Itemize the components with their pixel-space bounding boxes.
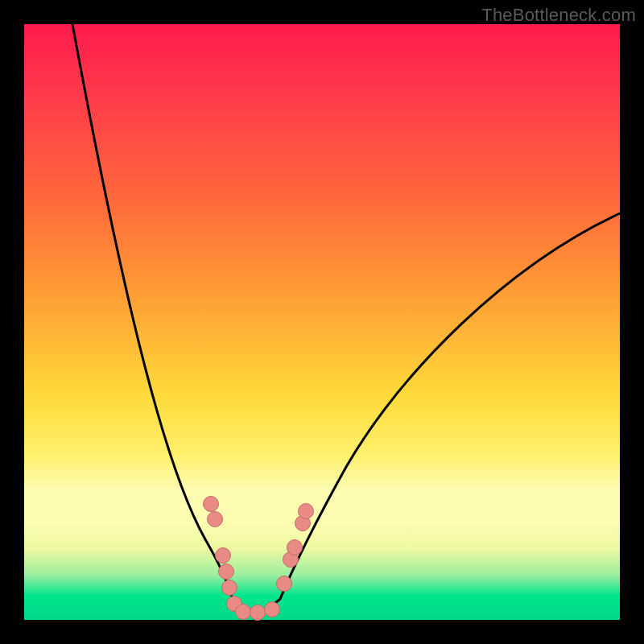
marker-point-d [218, 564, 234, 580]
marker-point-h [250, 605, 266, 621]
marker-point-l [287, 539, 303, 555]
marker-point-c [215, 547, 231, 564]
marker-point-e [221, 580, 237, 596]
marker-layer [24, 24, 620, 620]
marker-point-g [235, 604, 251, 620]
plot-area [24, 24, 620, 620]
marker-point-b [207, 511, 223, 527]
chart-frame: TheBottleneck.com [0, 0, 644, 644]
marker-point-a [203, 496, 219, 512]
watermark-text: TheBottleneck.com [481, 5, 636, 26]
marker-point-i [264, 601, 280, 617]
marker-point-n [298, 503, 314, 519]
marker-point-j [276, 576, 292, 592]
